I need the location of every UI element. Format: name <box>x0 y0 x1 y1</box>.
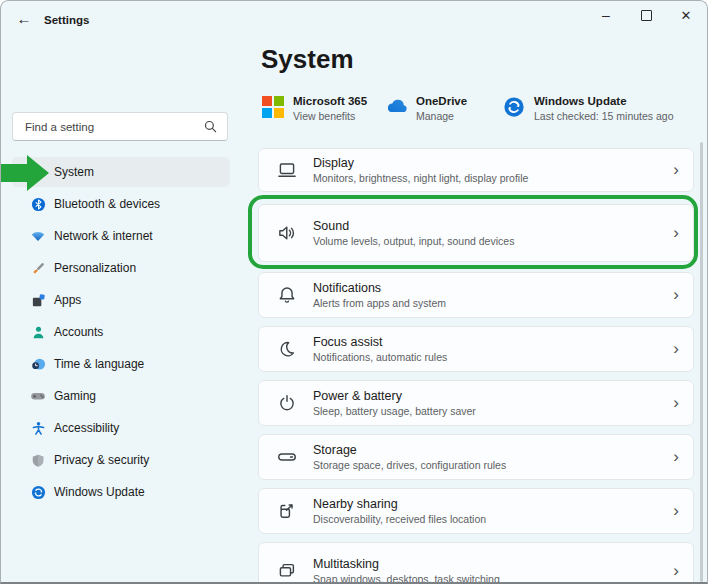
back-button[interactable]: ← <box>12 7 36 29</box>
sidebar-item-time-language[interactable]: Time & language <box>12 349 230 379</box>
title-bar: ← Settings – ✕ <box>0 0 708 34</box>
card-link[interactable]: View benefits <box>293 110 367 122</box>
row-subtitle: Notifications, automatic rules <box>313 351 665 363</box>
settings-row-sound[interactable]: Sound Volume levels, output, input, soun… <box>258 204 694 262</box>
gaming-controller-icon <box>30 388 46 404</box>
sidebar-item-label: Windows Update <box>54 485 145 499</box>
multitasking-windows-icon <box>276 560 298 582</box>
scrollbar[interactable] <box>700 142 703 582</box>
settings-row-nearby-sharing[interactable]: Nearby sharing Discoverability, received… <box>258 488 694 534</box>
window-title: Settings <box>44 14 89 26</box>
row-title: Power & battery <box>313 389 665 403</box>
card-title: Microsoft 365 <box>293 95 367 107</box>
sidebar-item-accounts[interactable]: Accounts <box>12 317 230 347</box>
storage-drive-icon <box>276 446 298 468</box>
card-status: Last checked: 15 minutes ago <box>534 110 674 122</box>
card-link[interactable]: Manage <box>416 110 467 122</box>
chevron-right-icon: › <box>673 340 679 359</box>
microsoft-365-card[interactable]: Microsoft 365 View benefits <box>262 95 367 122</box>
chevron-right-icon: › <box>673 161 679 180</box>
chevron-right-icon: › <box>673 502 679 521</box>
microsoft-logo <box>262 96 284 118</box>
personalization-brush-icon <box>30 260 46 276</box>
row-subtitle: Snap windows, desktops, task switching <box>313 573 665 584</box>
sidebar-item-label: Network & internet <box>54 229 153 243</box>
power-icon <box>276 392 298 414</box>
sidebar-item-privacy-security[interactable]: Privacy & security <box>12 445 230 475</box>
settings-window: ← Settings – ✕ System Bluetooth & device… <box>0 0 708 584</box>
minimize-button[interactable]: – <box>586 0 626 36</box>
sound-speaker-icon <box>276 222 298 244</box>
row-title: Storage <box>313 443 665 457</box>
search-box <box>12 112 228 141</box>
row-title: Nearby sharing <box>313 497 665 511</box>
sidebar-item-gaming[interactable]: Gaming <box>12 381 230 411</box>
sidebar-item-label: Accessibility <box>54 421 119 435</box>
card-title: Windows Update <box>534 95 674 107</box>
display-icon <box>276 159 298 181</box>
settings-row-display[interactable]: Display Monitors, brightness, night ligh… <box>258 148 694 192</box>
chevron-right-icon: › <box>673 394 679 413</box>
chevron-right-icon: › <box>673 448 679 467</box>
row-subtitle: Storage space, drives, configuration rul… <box>313 459 665 471</box>
sidebar-nav: System Bluetooth & devices Network & int… <box>12 157 230 509</box>
settings-row-focus-assist[interactable]: Focus assist Notifications, automatic ru… <box>258 326 694 372</box>
sidebar-item-label: Gaming <box>54 389 96 403</box>
windows-update-icon <box>30 484 46 500</box>
maximize-icon <box>641 10 652 21</box>
nearby-sharing-icon <box>276 500 298 522</box>
focus-assist-moon-icon <box>276 338 298 360</box>
settings-row-multitasking[interactable]: Multitasking Snap windows, desktops, tas… <box>258 542 694 584</box>
sidebar-item-bluetooth-devices[interactable]: Bluetooth & devices <box>12 189 230 219</box>
onedrive-card[interactable]: OneDrive Manage <box>385 95 467 122</box>
onedrive-cloud-icon <box>385 96 407 118</box>
row-title: Display <box>313 156 665 170</box>
privacy-shield-icon <box>30 452 46 468</box>
row-subtitle: Discoverability, received files location <box>313 513 665 525</box>
notifications-bell-icon <box>276 284 298 306</box>
sidebar-item-network-internet[interactable]: Network & internet <box>12 221 230 251</box>
windows-update-card[interactable]: Windows Update Last checked: 15 minutes … <box>503 95 674 122</box>
sidebar-item-system[interactable]: System <box>12 157 230 187</box>
windows-update-icon <box>503 96 525 118</box>
search-input[interactable] <box>23 120 204 134</box>
accessibility-person-icon <box>30 420 46 436</box>
search-icon <box>204 120 217 133</box>
sidebar-item-label: System <box>54 165 94 179</box>
sidebar-item-label: Personalization <box>54 261 136 275</box>
back-arrow-icon: ← <box>17 10 32 27</box>
sidebar-item-label: Accounts <box>54 325 103 339</box>
system-icon <box>30 164 46 180</box>
row-title: Notifications <box>313 281 665 295</box>
row-subtitle: Monitors, brightness, night light, displ… <box>313 172 665 184</box>
card-title: OneDrive <box>416 95 467 107</box>
row-subtitle: Sleep, battery usage, battery saver <box>313 405 665 417</box>
row-subtitle: Alerts from apps and system <box>313 297 665 309</box>
chevron-right-icon: › <box>673 224 679 243</box>
row-subtitle: Volume levels, output, input, sound devi… <box>313 235 665 247</box>
sidebar-item-accessibility[interactable]: Accessibility <box>12 413 230 443</box>
accounts-person-icon <box>30 324 46 340</box>
settings-row-notifications[interactable]: Notifications Alerts from apps and syste… <box>258 272 694 318</box>
chevron-right-icon: › <box>673 562 679 581</box>
time-language-clock-icon <box>30 356 46 372</box>
maximize-button[interactable] <box>626 0 666 30</box>
settings-row-power-battery[interactable]: Power & battery Sleep, battery usage, ba… <box>258 380 694 426</box>
sidebar-item-apps[interactable]: Apps <box>12 285 230 315</box>
network-icon <box>30 228 46 244</box>
bluetooth-icon <box>30 196 46 212</box>
row-title: Multitasking <box>313 557 665 571</box>
sidebar-item-label: Privacy & security <box>54 453 149 467</box>
settings-row-storage[interactable]: Storage Storage space, drives, configura… <box>258 434 694 480</box>
sidebar-item-label: Apps <box>54 293 81 307</box>
apps-icon <box>30 292 46 308</box>
sidebar-item-label: Time & language <box>54 357 144 371</box>
close-button[interactable]: ✕ <box>666 0 706 30</box>
window-controls: – ✕ <box>586 0 708 30</box>
sidebar-item-label: Bluetooth & devices <box>54 197 160 211</box>
row-title: Focus assist <box>313 335 665 349</box>
sidebar-item-windows-update[interactable]: Windows Update <box>12 477 230 507</box>
sidebar-item-personalization[interactable]: Personalization <box>12 253 230 283</box>
row-title: Sound <box>313 219 665 233</box>
page-title: System <box>261 44 354 75</box>
